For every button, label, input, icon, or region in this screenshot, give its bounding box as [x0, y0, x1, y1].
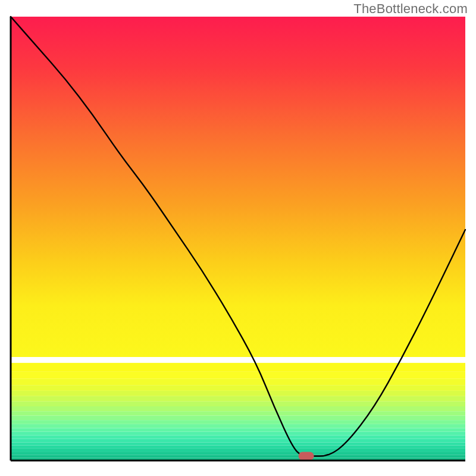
- svg-rect-20: [11, 452, 465, 455]
- svg-rect-15: [11, 435, 465, 439]
- bottleneck-curve-chart: [0, 0, 476, 476]
- svg-rect-4: [11, 385, 465, 391]
- plot-area: [11, 17, 465, 461]
- svg-rect-12: [11, 424, 465, 428]
- svg-rect-0: [11, 17, 465, 357]
- svg-rect-21: [11, 455, 465, 458]
- svg-rect-7: [11, 402, 465, 406]
- svg-rect-19: [11, 449, 465, 452]
- svg-rect-2: [11, 372, 465, 379]
- svg-rect-11: [11, 420, 465, 424]
- svg-rect-9: [11, 411, 465, 415]
- svg-rect-5: [11, 391, 465, 396]
- svg-rect-6: [11, 396, 465, 402]
- svg-rect-17: [11, 442, 465, 445]
- chart-container: TheBottleneck.com: [0, 0, 476, 476]
- svg-rect-13: [11, 428, 465, 432]
- svg-rect-3: [11, 379, 465, 385]
- svg-rect-18: [11, 446, 465, 449]
- valley-marker: [299, 452, 314, 461]
- svg-rect-10: [11, 416, 465, 420]
- svg-rect-14: [11, 432, 465, 436]
- svg-rect-16: [11, 439, 465, 442]
- svg-rect-8: [11, 406, 465, 411]
